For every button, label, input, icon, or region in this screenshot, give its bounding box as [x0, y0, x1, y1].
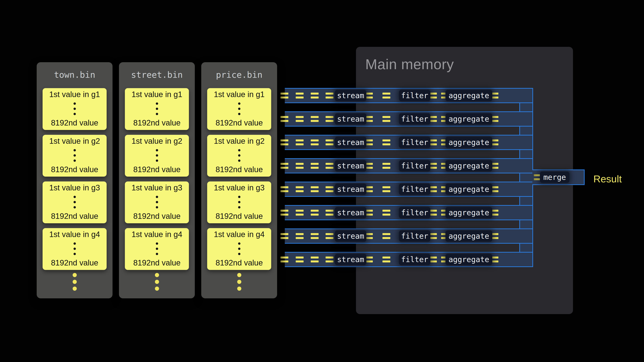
file-title: street.bin [119, 70, 195, 80]
block-last-value-label: 8192nd value [51, 212, 98, 221]
pipeline-row-1: streamfilteraggregate [285, 88, 532, 103]
equals-dashes-icon [326, 93, 334, 98]
block-first-value-label: 1st value in g4 [214, 230, 264, 239]
equals-dashes-icon [382, 233, 390, 239]
block-last-value-label: 8192nd value [133, 165, 180, 174]
equals-dashes-icon [311, 93, 318, 98]
block-last-value-label: 8192nd value [51, 258, 98, 267]
equals-dashes-icon [326, 233, 334, 239]
equals-dashes-icon [280, 93, 288, 98]
block-last-value-label: 8192nd value [133, 118, 180, 127]
equals-dashes-icon [311, 186, 318, 192]
equals-dashes-icon [326, 186, 334, 192]
equals-dashes-icon [311, 139, 318, 145]
aggregate-operator-chip: aggregate [446, 160, 492, 171]
equals-dashes-icon [311, 233, 318, 239]
value-block: 1st value in g38192nd value [42, 181, 106, 223]
file-title: price.bin [201, 70, 277, 80]
file-panel-street-bin: street.bin1st value in g18192nd value1st… [119, 62, 195, 298]
equals-dashes-icon [311, 257, 318, 262]
value-block: 1st value in g18192nd value [42, 88, 106, 130]
filter-operator-chip: filter [399, 137, 430, 148]
aggregate-operator-chip: aggregate [446, 230, 492, 242]
block-first-value-label: 1st value in g3 [49, 183, 100, 192]
stream-operator-chip: stream [335, 184, 366, 195]
equals-dashes-icon [311, 163, 318, 169]
filter-operator-chip: filter [399, 230, 430, 242]
stream-operator-chip: stream [335, 90, 366, 101]
stream-operator-chip: stream [335, 160, 366, 171]
value-block: 1st value in g18192nd value [125, 88, 189, 130]
ellipsis-dots-icon [74, 102, 76, 115]
filter-operator-chip: filter [399, 90, 430, 101]
result-label: Result [593, 173, 622, 185]
pipeline-row-5: streamfilteraggregate [285, 182, 532, 197]
filter-operator-chip: filter [399, 113, 430, 125]
equals-dashes-icon [382, 186, 390, 192]
block-last-value-label: 8192nd value [216, 118, 263, 127]
pipeline-row-8: streamfilteraggregate [285, 252, 532, 267]
equals-dashes-icon [326, 116, 334, 122]
block-first-value-label: 1st value in g2 [132, 137, 182, 146]
aggregate-operator-chip: aggregate [446, 184, 492, 195]
merge-connector: merge [532, 169, 584, 185]
ellipsis-dots-icon [156, 196, 158, 208]
value-block: 1st value in g28192nd value [42, 135, 106, 177]
pipeline-row-2: streamfilteraggregate [285, 111, 532, 127]
equals-dashes-icon [382, 210, 390, 216]
aggregate-operator-chip: aggregate [446, 113, 492, 125]
equals-dashes-icon [326, 257, 334, 262]
stream-operator-chip: stream [335, 254, 366, 265]
file-panel-price-bin: price.bin1st value in g18192nd value1st … [201, 62, 277, 298]
equals-dashes-icon [296, 139, 304, 145]
block-first-value-label: 1st value in g3 [132, 183, 182, 192]
ellipsis-dots-icon [238, 196, 240, 208]
equals-dashes-icon [311, 210, 318, 216]
equals-dashes-icon [280, 163, 288, 169]
pipeline-row-6: streamfilteraggregate [285, 205, 532, 220]
pipeline-row-7: streamfilteraggregate [285, 228, 532, 244]
ellipsis-dots-icon [238, 149, 240, 162]
block-first-value-label: 1st value in g2 [214, 137, 264, 146]
block-last-value-label: 8192nd value [216, 212, 263, 221]
pipeline-row-3: streamfilteraggregate [285, 135, 532, 150]
value-block: 1st value in g48192nd value [207, 228, 271, 270]
equals-dashes-icon [296, 210, 304, 216]
ellipsis-dots-icon [74, 242, 76, 255]
value-block: 1st value in g48192nd value [125, 228, 189, 270]
ellipsis-dots-icon [156, 149, 158, 162]
equals-dashes-icon [296, 233, 304, 239]
block-last-value-label: 8192nd value [216, 258, 263, 267]
merge-operator-chip: merge [540, 172, 570, 183]
equals-dashes-icon [326, 163, 334, 169]
value-block: 1st value in g18192nd value [207, 88, 271, 130]
stream-operator-chip: stream [335, 230, 366, 242]
stream-operator-chip: stream [335, 207, 366, 218]
ellipsis-dots-icon [156, 102, 158, 115]
stream-operator-chip: stream [335, 113, 366, 125]
file-panel-town-bin: town.bin1st value in g18192nd value1st v… [37, 62, 112, 298]
equals-dashes-icon [296, 163, 304, 169]
more-groups-dots-icon [119, 273, 195, 291]
diagram-canvas: Main memory streamfilteraggregatestreamf… [0, 0, 644, 362]
value-block: 1st value in g28192nd value [207, 135, 271, 177]
equals-dashes-icon [280, 233, 288, 239]
file-title: town.bin [37, 70, 112, 80]
equals-dashes-icon [382, 116, 390, 122]
filter-operator-chip: filter [399, 184, 430, 195]
block-first-value-label: 1st value in g4 [132, 230, 182, 239]
more-groups-dots-icon [37, 273, 112, 291]
aggregate-operator-chip: aggregate [446, 254, 492, 265]
equals-dashes-icon [280, 186, 288, 192]
equals-dashes-icon [326, 210, 334, 216]
equals-dashes-icon [382, 139, 390, 145]
ellipsis-dots-icon [74, 196, 76, 208]
equals-dashes-icon [382, 93, 390, 98]
block-first-value-label: 1st value in g3 [214, 183, 264, 192]
more-groups-dots-icon [201, 273, 277, 291]
ellipsis-dots-icon [156, 242, 158, 255]
block-first-value-label: 1st value in g2 [49, 137, 100, 146]
equals-dashes-icon [280, 210, 288, 216]
equals-dashes-icon [280, 139, 288, 145]
aggregate-operator-chip: aggregate [446, 90, 492, 101]
